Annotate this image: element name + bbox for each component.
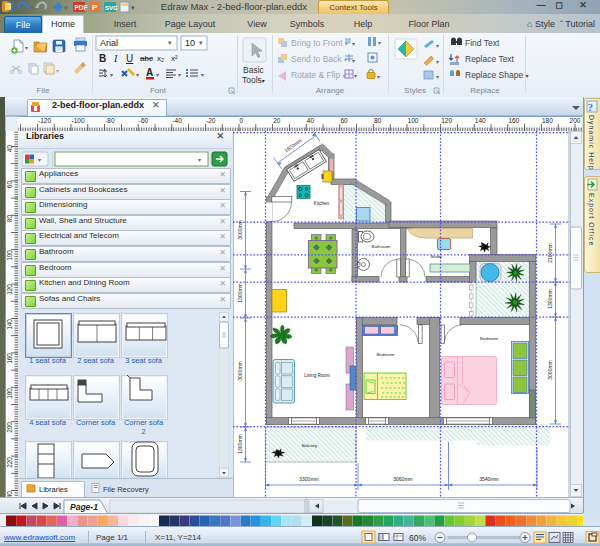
svg-text:Basic: Basic (243, 65, 265, 75)
svg-text:Bedroom: Bedroom (480, 336, 498, 341)
svg-text:-100: -100 (72, 117, 85, 124)
svg-text:40: 40 (307, 117, 315, 124)
svg-text:▾: ▾ (30, 4, 34, 11)
svg-text:▾: ▾ (168, 39, 172, 46)
svg-text:▾: ▾ (136, 72, 139, 78)
svg-text:Study: Study (430, 254, 442, 259)
svg-text:U: U (126, 53, 133, 64)
svg-text:0: 0 (240, 117, 244, 124)
svg-text:▾: ▾ (352, 41, 355, 47)
svg-text:x²: x² (171, 54, 178, 63)
svg-text:180: 180 (6, 388, 13, 399)
svg-text:3540mm: 3540mm (479, 476, 498, 482)
svg-text:▾: ▾ (199, 39, 203, 46)
svg-text:▾: ▾ (156, 72, 159, 78)
svg-text:Balcony: Balcony (302, 443, 318, 448)
svg-text:▾: ▾ (436, 43, 439, 49)
svg-text:10: 10 (185, 38, 195, 48)
svg-text:PDF: PDF (75, 4, 88, 11)
svg-text:Find Text: Find Text (465, 38, 500, 48)
svg-text:120: 120 (441, 117, 452, 124)
svg-text:abc: abc (140, 54, 153, 63)
svg-text:?: ? (588, 101, 594, 113)
svg-text:▾: ▾ (201, 72, 204, 78)
svg-text:P: P (92, 3, 98, 12)
svg-text:-80: -80 (105, 117, 115, 124)
svg-text:1300mm: 1300mm (547, 289, 553, 308)
svg-text:1300mm: 1300mm (237, 283, 243, 302)
svg-text:140: 140 (475, 117, 486, 124)
svg-text:80: 80 (374, 117, 382, 124)
svg-text:140: 140 (6, 319, 13, 330)
svg-text:B: B (99, 53, 106, 64)
svg-text:▾: ▾ (377, 74, 380, 80)
svg-text:A: A (146, 67, 153, 78)
svg-text:▾: ▾ (436, 74, 439, 80)
svg-text:-40: -40 (172, 117, 182, 124)
svg-text:Bedroom: Bedroom (377, 352, 395, 357)
svg-text:220: 220 (6, 457, 13, 468)
svg-text:Replace Shape ▾: Replace Shape ▾ (465, 70, 529, 80)
svg-text:120: 120 (6, 284, 13, 295)
svg-text:Send to Back ▾: Send to Back ▾ (291, 54, 347, 64)
svg-text:60: 60 (340, 117, 348, 124)
svg-text:x₂: x₂ (157, 54, 164, 63)
svg-text:Bathroom: Bathroom (371, 244, 390, 249)
svg-text:200: 200 (570, 117, 581, 124)
svg-text:-20: -20 (206, 117, 216, 124)
svg-text:I: I (113, 53, 118, 64)
svg-text:60: 60 (6, 181, 13, 189)
svg-text:Kitchen: Kitchen (314, 201, 330, 206)
svg-text:Rotate & Flip ▾: Rotate & Flip ▾ (291, 70, 346, 80)
svg-text:▾: ▾ (64, 4, 68, 11)
svg-text:3000mm: 3000mm (547, 360, 553, 379)
svg-text:3000mm: 3000mm (237, 361, 243, 380)
svg-text:2100mm: 2100mm (547, 243, 553, 262)
svg-text:3300mm: 3300mm (299, 476, 318, 482)
svg-text:-60: -60 (139, 117, 149, 124)
svg-text:Bring to Front ▾: Bring to Front ▾ (291, 38, 348, 48)
svg-text:SVG: SVG (105, 5, 118, 11)
svg-text:160: 160 (6, 353, 13, 364)
svg-text:Replace Text: Replace Text (465, 54, 515, 64)
svg-text:60%: 60% (409, 533, 426, 543)
svg-text:Tools▾: Tools▾ (242, 75, 265, 85)
svg-text:40: 40 (6, 145, 13, 153)
svg-text:3000mm: 3000mm (237, 220, 243, 239)
svg-text:▾: ▾ (38, 157, 41, 163)
svg-text:1300mm: 1300mm (237, 434, 243, 453)
svg-text:180: 180 (542, 117, 553, 124)
svg-text:20: 20 (273, 117, 281, 124)
svg-text:80: 80 (6, 215, 13, 223)
svg-text:▾: ▾ (198, 157, 201, 163)
svg-text:Page-1: Page-1 (70, 502, 98, 512)
svg-text:Arial: Arial (100, 38, 118, 48)
svg-text:100: 100 (6, 250, 13, 261)
svg-text:▾: ▾ (178, 72, 181, 78)
svg-text:▾: ▾ (25, 45, 28, 51)
svg-text:160: 160 (508, 117, 519, 124)
svg-text:3060mm: 3060mm (393, 476, 412, 482)
svg-text:-120: -120 (38, 117, 51, 124)
svg-text:100: 100 (408, 117, 419, 124)
svg-text:▾: ▾ (378, 40, 381, 46)
svg-text:▾: ▾ (436, 59, 439, 65)
svg-text:200: 200 (6, 422, 13, 433)
svg-text:Living Room: Living Room (304, 373, 330, 378)
svg-text:▾: ▾ (354, 73, 357, 79)
svg-text:▾: ▾ (56, 68, 59, 74)
svg-text:▾: ▾ (110, 72, 113, 78)
svg-text:▾: ▾ (352, 58, 355, 64)
